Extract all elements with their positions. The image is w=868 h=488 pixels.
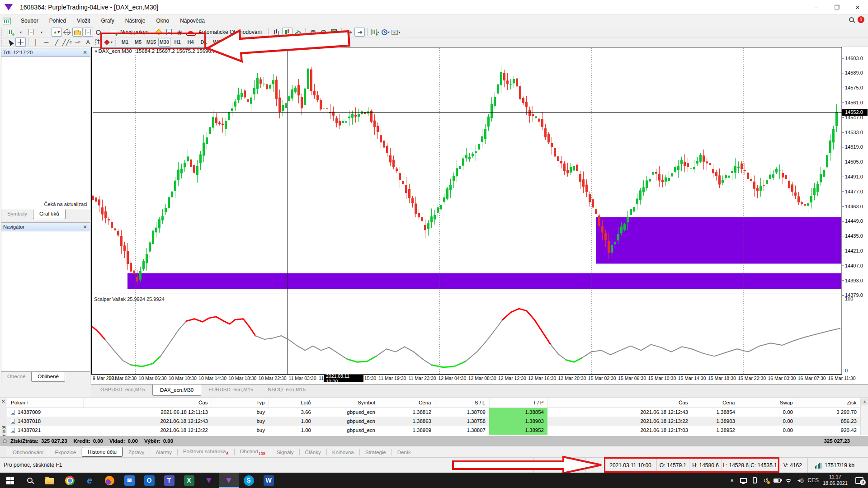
- terminal-tab-knihovna[interactable]: Knihovna: [327, 448, 359, 457]
- minimize-button[interactable]: ‒: [806, 0, 826, 15]
- menu-item-grafy[interactable]: Grafy: [95, 16, 119, 26]
- bar-chart-button[interactable]: [272, 28, 282, 37]
- new-chart-dropdown[interactable]: ▾: [15, 28, 26, 37]
- menu-item-nastroje[interactable]: Nástroje: [120, 16, 151, 26]
- market-watch-close-icon[interactable]: ✕: [82, 50, 88, 56]
- auto-scroll-button[interactable]: ↦: [344, 28, 354, 37]
- zoom-out-button[interactable]: −: [318, 28, 329, 37]
- fibonacci-tool[interactable]: ┄F: [72, 38, 83, 47]
- text-tool[interactable]: A: [83, 38, 93, 47]
- terminal-tab-obchodovani[interactable]: Obchodování: [7, 448, 49, 457]
- column-header[interactable]: Lotů: [269, 398, 315, 408]
- tab-obecne[interactable]: Obecné: [1, 372, 31, 381]
- toolbar-grip[interactable]: [1, 28, 4, 36]
- timeframe-mn[interactable]: MN: [224, 38, 236, 47]
- new-chart-button[interactable]: [5, 28, 15, 37]
- terminal-tab-historieuctu[interactable]: Historie účtu: [82, 447, 123, 457]
- table-row[interactable]: 143870092021.06.18 12:11:13buy3.66gbpusd…: [7, 408, 860, 417]
- data-window-button[interactable]: [62, 28, 72, 37]
- tab-oblibene[interactable]: Oblíbené: [31, 372, 65, 382]
- channel-tool[interactable]: ╱╱E: [62, 38, 72, 47]
- market-watch-toggle[interactable]: ▲▼: [52, 28, 62, 37]
- menu-item-okno[interactable]: Okno: [151, 16, 175, 26]
- scroll-up-icon[interactable]: ▲: [861, 398, 868, 405]
- market-watch-header[interactable]: Trh: 12:17:20 ✕: [1, 48, 90, 57]
- chart-tab-gbpusd-ecn-m15[interactable]: GBPUSD_ecn,M15: [93, 385, 152, 395]
- your-phone-icon[interactable]: [753, 477, 757, 483]
- column-header[interactable]: Symbol: [315, 398, 379, 408]
- tab-symboly[interactable]: Symboly: [1, 210, 33, 219]
- column-header[interactable]: Typ: [212, 398, 269, 408]
- templates-button[interactable]: ▾: [391, 28, 401, 37]
- metatrader-2-icon[interactable]: ▼: [219, 473, 239, 488]
- firefox-icon[interactable]: [99, 473, 119, 488]
- terminal-tab-signaly[interactable]: Signály: [271, 448, 299, 457]
- tile-windows-button[interactable]: [329, 28, 339, 37]
- excel-icon[interactable]: X: [179, 473, 199, 488]
- update-icon[interactable]: ↺: [764, 477, 769, 484]
- candlestick-button[interactable]: [282, 28, 292, 37]
- vertical-line-tool[interactable]: │: [31, 38, 41, 47]
- crosshair-tool[interactable]: [15, 38, 26, 47]
- terminal-toggle[interactable]: [83, 28, 93, 37]
- search-icon[interactable]: [849, 17, 854, 22]
- chart-shift-button[interactable]: ⇥: [354, 28, 365, 37]
- column-header[interactable]: Pokyn /: [7, 398, 83, 408]
- terminal-tab-obchod[interactable]: Obchod138: [235, 447, 271, 457]
- column-header[interactable]: Cena: [692, 398, 739, 408]
- terminal-tab-expozice[interactable]: Expozice: [49, 448, 81, 457]
- volume-icon[interactable]: ◄)): [797, 478, 803, 483]
- column-header[interactable]: Cena: [379, 398, 435, 408]
- navigator-toggle[interactable]: [72, 28, 83, 37]
- tray-chevron-icon[interactable]: ∧: [728, 477, 736, 483]
- edge-icon[interactable]: e: [80, 473, 99, 488]
- metatrader-1-icon[interactable]: ▼: [199, 473, 219, 488]
- navigator-body[interactable]: [1, 231, 90, 371]
- file-explorer-icon[interactable]: [40, 473, 60, 488]
- terminal-tab-clanky[interactable]: Články: [300, 448, 326, 457]
- periods-button[interactable]: ▾: [380, 28, 391, 37]
- column-header[interactable]: Čas: [83, 398, 212, 408]
- mail-icon[interactable]: ✉: [119, 473, 139, 488]
- terminal-tab-postovnischranka[interactable]: Poštovní schránka6: [178, 447, 234, 457]
- wifi-icon[interactable]: [785, 478, 792, 483]
- network-display-icon[interactable]: [740, 478, 747, 483]
- column-header[interactable]: Čas: [547, 398, 692, 408]
- skype-icon[interactable]: S: [239, 473, 259, 488]
- column-header[interactable]: Swap: [739, 398, 797, 408]
- column-header[interactable]: S / L: [435, 398, 489, 408]
- market-watch-body[interactable]: Čeká na aktualizaci: [1, 57, 90, 209]
- teams-icon[interactable]: T: [159, 473, 179, 488]
- tab-graftiku[interactable]: Graf tiků: [33, 209, 65, 219]
- template-status[interactable]: Default: [533, 458, 586, 473]
- chart-tab-dax-ecn-m30[interactable]: DAX_ecn,M30: [152, 385, 201, 396]
- navigator-close-icon[interactable]: ✕: [82, 224, 88, 230]
- menu-item-napoveda[interactable]: Nápověda: [175, 16, 210, 26]
- table-row[interactable]: 143870182021.06.18 12:12:43buy1.00gbpusd…: [7, 417, 860, 426]
- language-indicator[interactable]: CES: [807, 477, 819, 483]
- table-scrollbar[interactable]: ▲: [860, 398, 868, 435]
- profiles-button[interactable]: [26, 28, 36, 37]
- restore-button[interactable]: ❐: [826, 0, 847, 15]
- timeframe-w1[interactable]: W1: [211, 38, 223, 47]
- start-icon[interactable]: [0, 473, 20, 488]
- word-icon[interactable]: W: [259, 473, 278, 488]
- chart-tab-eurusd-ecn-m15[interactable]: EURUSD_ecn,M15: [201, 385, 260, 395]
- trendline-tool[interactable]: ╱: [52, 38, 62, 47]
- menu-item-vlozit[interactable]: Vložit: [71, 16, 95, 26]
- indicators-button[interactable]: ▾: [370, 28, 380, 37]
- chart-canvas[interactable]: [91, 47, 868, 384]
- column-header[interactable]: Zisk: [797, 398, 860, 408]
- chart-tab-nsdq-ecn-m15[interactable]: NSDQ_ecn,M15: [260, 385, 313, 395]
- notification-center-icon[interactable]: 3: [855, 477, 863, 484]
- table-row[interactable]: 143870212021.06.18 12:13:22buy1.00gbpusd…: [7, 426, 860, 435]
- terminal-side-label[interactable]: Terminál: [1, 417, 6, 453]
- battery-icon[interactable]: [774, 479, 781, 483]
- navigator-header[interactable]: Navigátor ✕: [1, 223, 90, 231]
- cursor-tool[interactable]: [5, 38, 15, 47]
- search-icon[interactable]: [20, 473, 40, 488]
- zoom-in-button[interactable]: +: [308, 28, 318, 37]
- terminal-tab-zpravy[interactable]: Zprávy: [123, 448, 150, 457]
- horizontal-line-tool[interactable]: ─: [41, 38, 52, 47]
- close-button[interactable]: ✕: [847, 0, 868, 15]
